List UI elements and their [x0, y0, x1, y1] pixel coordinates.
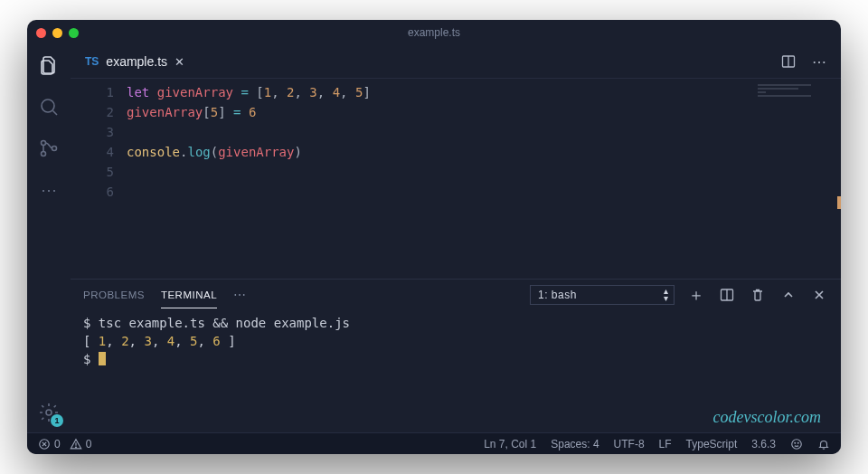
status-language[interactable]: TypeScript: [686, 438, 738, 450]
ellipsis-label: ⋯: [233, 288, 247, 302]
plus-label: ＋: [688, 284, 705, 306]
svg-point-5: [46, 410, 52, 415]
terminal-body[interactable]: $ tsc example.ts && node example.js[ 1, …: [71, 310, 841, 432]
status-warnings-count: 0: [86, 438, 92, 450]
ts-file-icon: TS: [85, 55, 99, 68]
tab-terminal[interactable]: TERMINAL: [161, 282, 217, 308]
panel-more-icon[interactable]: ⋯: [233, 280, 247, 309]
overview-ruler-mark: [837, 196, 841, 209]
status-spaces[interactable]: Spaces: 4: [551, 438, 599, 450]
terminal-select-value: 1: bash: [538, 289, 577, 301]
select-arrows-icon: ▴▾: [664, 288, 669, 302]
status-errors-count: 0: [54, 438, 61, 450]
notifications-bell-icon[interactable]: [817, 438, 830, 450]
status-ln-col[interactable]: Ln 7, Col 1: [484, 438, 536, 450]
svg-point-0: [42, 100, 54, 112]
status-ts-version[interactable]: 3.6.3: [751, 438, 776, 450]
titlebar: example.ts: [27, 20, 841, 45]
window-minimize-button[interactable]: [52, 28, 62, 38]
window-zoom-button[interactable]: [69, 28, 79, 38]
panel-maximize-icon[interactable]: [779, 286, 797, 304]
search-icon[interactable]: [36, 94, 61, 119]
code-editor[interactable]: 123456 let givenArray = [1, 2, 3, 4, 5]g…: [71, 78, 841, 279]
status-warnings[interactable]: 0: [70, 438, 92, 450]
source-control-icon[interactable]: [36, 136, 61, 161]
svg-line-1: [53, 111, 58, 116]
tab-close-icon[interactable]: ✕: [175, 55, 184, 69]
svg-point-16: [75, 447, 76, 448]
editor-window: example.ts ⋯ 1 TS: [27, 20, 841, 454]
kill-terminal-icon[interactable]: [749, 286, 767, 304]
panel-close-icon[interactable]: [810, 286, 828, 304]
svg-point-2: [42, 141, 46, 146]
svg-point-19: [797, 442, 798, 443]
tab-bar: TS example.ts ✕ ⋯: [71, 45, 841, 78]
status-bar: 0 0 Ln 7, Col 1 Spaces: 4 UTF-8 LF TypeS…: [27, 432, 841, 454]
activity-bar: ⋯ 1: [27, 45, 71, 432]
status-errors[interactable]: 0: [38, 438, 61, 450]
bottom-panel: PROBLEMS TERMINAL ⋯ 1: bash ▴▾ ＋: [71, 279, 841, 432]
editor-more-icon[interactable]: ⋯: [810, 52, 828, 71]
more-icon[interactable]: ⋯: [36, 177, 61, 203]
svg-point-18: [795, 442, 796, 443]
new-terminal-icon[interactable]: ＋: [687, 286, 705, 304]
ellipsis-label: ⋯: [812, 53, 826, 71]
status-eol[interactable]: LF: [659, 438, 672, 450]
traffic-lights: [36, 28, 79, 38]
status-encoding[interactable]: UTF-8: [614, 438, 645, 450]
terminal-select[interactable]: 1: bash ▴▾: [530, 285, 675, 305]
explorer-icon[interactable]: [36, 52, 61, 78]
settings-gear-icon[interactable]: 1: [36, 400, 61, 425]
line-number-gutter: 123456: [71, 82, 127, 279]
panel-tab-bar: PROBLEMS TERMINAL ⋯ 1: bash ▴▾ ＋: [71, 280, 841, 310]
settings-badge: 1: [51, 414, 63, 427]
svg-point-3: [42, 152, 46, 156]
tab-filename: example.ts: [106, 54, 167, 69]
ellipsis-label: ⋯: [41, 180, 57, 200]
editor-tab[interactable]: TS example.ts ✕: [76, 45, 193, 78]
split-terminal-icon[interactable]: [718, 286, 736, 304]
window-close-button[interactable]: [36, 28, 46, 38]
split-editor-icon[interactable]: [779, 52, 797, 71]
tab-problems[interactable]: PROBLEMS: [83, 282, 145, 308]
warning-triangle-icon: [70, 438, 82, 450]
code-area[interactable]: let givenArray = [1, 2, 3, 4, 5]givenArr…: [127, 82, 823, 279]
feedback-smiley-icon[interactable]: [790, 438, 803, 450]
svg-point-17: [792, 439, 802, 449]
svg-point-4: [52, 147, 57, 151]
window-title: example.ts: [27, 26, 841, 39]
error-circle-icon: [38, 438, 51, 450]
